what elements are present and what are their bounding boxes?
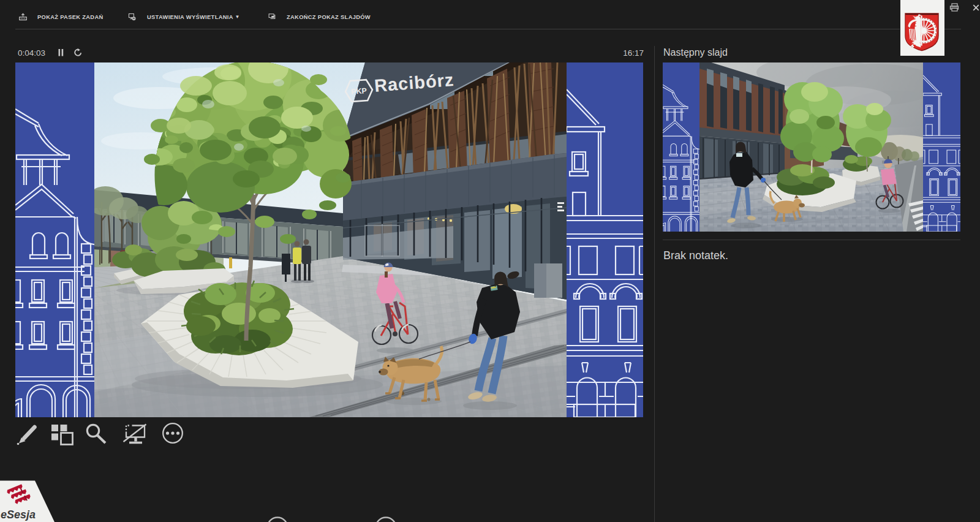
svg-text:eSesja: eSesja [1,509,36,521]
svg-text:PKP: PKP [351,86,368,96]
